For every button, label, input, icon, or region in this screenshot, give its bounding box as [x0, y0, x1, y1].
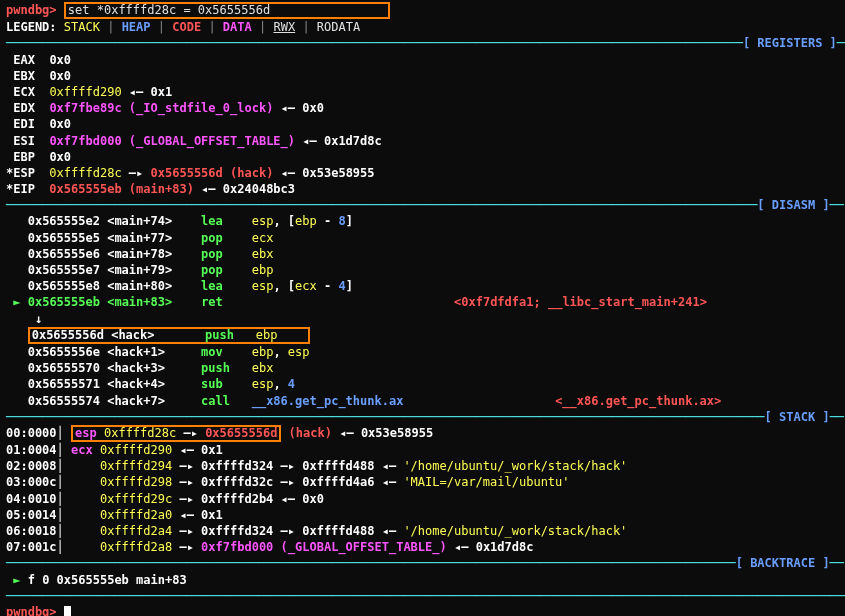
disasm-10: 0x56555574 <hack+7> call __x86.get_pc_th…: [6, 393, 839, 409]
disasm-9: 0x56555571 <hack+4> sub esp, 4: [6, 376, 839, 392]
legend-row: LEGEND: STACK | HEAP | CODE | DATA | RWX…: [6, 19, 839, 35]
reg-ecx: ECX 0xffffd290 ◂— 0x1: [6, 84, 839, 100]
stack-5: 05:0014│ 0xffffd2a0 ◂— 0x1: [6, 507, 839, 523]
stack-2: 02:0008│ 0xffffd294 —▸ 0xffffd324 —▸ 0xf…: [6, 458, 839, 474]
stack-7: 07:001c│ 0xffffd2a8 —▸ 0xf7fbd000 (_GLOB…: [6, 539, 839, 555]
reg-esp: *ESP 0xffffd28c —▸ 0x5655556d (hack) ◂— …: [6, 165, 839, 181]
prompt-line[interactable]: pwndbg> set *0xffffd28c = 0x5655556d: [6, 2, 839, 19]
disasm-8: 0x56555570 <hack+3> push ebx: [6, 360, 839, 376]
backtrace-0: ► f 0 0x565555eb main+83: [6, 572, 839, 588]
divider-end: ────────────────────────────────────────…: [6, 588, 839, 604]
reg-eip: *EIP 0x565555eb (main+83) ◂— 0x24048bc3: [6, 181, 839, 197]
stack-6: 06:0018│ 0xffffd2a4 —▸ 0xffffd324 —▸ 0xf…: [6, 523, 839, 539]
disasm-6: 0x5655556d <hack> push ebp: [6, 327, 839, 344]
highlighted-command: set *0xffffd28c = 0x5655556d: [64, 2, 390, 19]
disasm-4: 0x565555e8 <main+80> lea esp, [ecx - 4]: [6, 278, 839, 294]
stack-3: 03:000c│ 0xffffd298 —▸ 0xffffd32c —▸ 0xf…: [6, 474, 839, 490]
disasm-3: 0x565555e7 <main+79> pop ebp: [6, 262, 839, 278]
section-disasm: ────────────────────────────────────────…: [6, 197, 839, 213]
reg-ebp: EBP 0x0: [6, 149, 839, 165]
stack-0: 00:0000│ esp 0xffffd28c —▸ 0x5655556d (h…: [6, 425, 839, 442]
disasm-arrow: ↓: [6, 311, 839, 327]
reg-edx: EDX 0xf7fbe89c (_IO_stdfile_0_lock) ◂— 0…: [6, 100, 839, 116]
cursor: [64, 606, 71, 616]
disasm-7: 0x5655556e <hack+1> mov ebp, esp: [6, 344, 839, 360]
reg-esi: ESI 0xf7fbd000 (_GLOBAL_OFFSET_TABLE_) ◂…: [6, 133, 839, 149]
disasm-5: ► 0x565555eb <main+83> ret <0xf7dfdfa1; …: [6, 294, 839, 310]
section-registers: ────────────────────────────────────────…: [6, 35, 839, 51]
reg-ebx: EBX 0x0: [6, 68, 839, 84]
stack-1: 01:0004│ ecx 0xffffd290 ◂— 0x1: [6, 442, 839, 458]
disasm-2: 0x565555e6 <main+78> pop ebx: [6, 246, 839, 262]
reg-eax: EAX 0x0: [6, 52, 839, 68]
section-stack: ────────────────────────────────────────…: [6, 409, 839, 425]
stack-4: 04:0010│ 0xffffd29c —▸ 0xffffd2b4 ◂— 0x0: [6, 491, 839, 507]
reg-edi: EDI 0x0: [6, 116, 839, 132]
disasm-1: 0x565555e5 <main+77> pop ecx: [6, 230, 839, 246]
section-backtrace: ────────────────────────────────────────…: [6, 555, 839, 571]
prompt-bottom[interactable]: pwndbg>: [6, 604, 839, 616]
disasm-0: 0x565555e2 <main+74> lea esp, [ebp - 8]: [6, 213, 839, 229]
prompt: pwndbg>: [6, 3, 57, 17]
